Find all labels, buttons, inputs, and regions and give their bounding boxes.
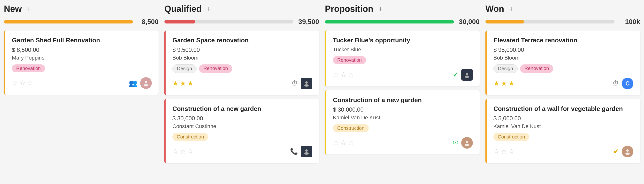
svg-point-1: [144, 84, 148, 86]
card-person: Bob Bloom: [494, 55, 633, 61]
progress-amount: 39,500: [297, 18, 319, 26]
card-amount: $ 8,500.00: [12, 46, 152, 53]
card-amount: $ 5,000.00: [494, 115, 633, 122]
card-qualified-0[interactable]: Garden Space renovation $ 9,500.00 Bob B…: [164, 30, 319, 95]
card-tags: Construction: [494, 133, 633, 141]
checkmark-icon: ✔: [453, 71, 458, 79]
card-tags: Renovation: [12, 64, 152, 72]
card-person: Tucker Blue: [333, 46, 473, 53]
star-3[interactable]: ☆: [348, 71, 354, 79]
card-tags: DesignRenovation: [494, 64, 633, 73]
card-tags: Renovation: [333, 56, 473, 64]
column-header: Won +: [486, 4, 640, 14]
tag-renovation: Renovation: [520, 64, 553, 73]
card-new-0[interactable]: Garden Shed Full Renovation $ 8,500.00 M…: [4, 30, 158, 95]
avatar: [140, 77, 152, 89]
card-proposition-0[interactable]: Tucker Blue's opportunity Tucker Blue Re…: [325, 30, 480, 86]
star-3[interactable]: ★: [508, 80, 514, 88]
column-title: Qualified: [164, 4, 202, 14]
people-icon: 👥: [129, 79, 137, 87]
card-tags: DesignRenovation: [172, 64, 312, 73]
avatar: [301, 78, 312, 89]
star-3[interactable]: ★: [188, 80, 194, 88]
progress-bar-track: [164, 20, 294, 24]
progress-bar-fill: [486, 20, 524, 24]
star-3[interactable]: ☆: [27, 79, 33, 87]
avatar: [622, 146, 633, 157]
star-2[interactable]: ☆: [340, 71, 346, 79]
tag-design: Design: [494, 64, 518, 73]
star-2[interactable]: ★: [180, 80, 186, 88]
card-qualified-1[interactable]: Construction of a new garden $ 30,000.00…: [164, 99, 319, 163]
progress-bar-track: [486, 20, 614, 24]
card-title: Elevated Terrace renovation: [494, 36, 633, 44]
star-2[interactable]: ☆: [19, 79, 26, 87]
avatar: [461, 137, 473, 149]
column-title: Proposition: [325, 4, 373, 14]
column-header: Qualified +: [164, 4, 319, 14]
star-1[interactable]: ★: [494, 80, 500, 88]
svg-point-2: [305, 81, 308, 84]
card-title: Tucker Blue's opportunity: [333, 36, 473, 44]
star-2[interactable]: ☆: [180, 148, 186, 156]
svg-point-9: [465, 144, 469, 146]
star-3[interactable]: ☆: [508, 148, 514, 156]
star-3[interactable]: ☆: [188, 148, 194, 156]
star-1[interactable]: ★: [172, 80, 178, 88]
star-1[interactable]: ☆: [333, 139, 339, 147]
progress-bar-container: 8,500: [4, 18, 158, 26]
clock-icon: ⏱: [612, 80, 619, 87]
card-tags: Construction: [172, 133, 312, 141]
card-amount: $ 95,000.00: [494, 46, 633, 53]
star-3[interactable]: ☆: [348, 139, 354, 147]
progress-bar-fill: [325, 20, 454, 24]
card-proposition-1[interactable]: Construction of a new garden $ 30,000.00…: [325, 90, 480, 154]
card-stars: ☆☆☆: [333, 139, 354, 147]
tag-construction: Construction: [172, 133, 208, 141]
progress-bar-track: [325, 20, 454, 24]
footer-icons: ✉: [453, 137, 473, 149]
tag-renovation: Renovation: [333, 56, 366, 64]
svg-point-7: [465, 76, 469, 78]
card-person: Kamiel Van De Kust: [333, 114, 473, 121]
star-1[interactable]: ☆: [12, 79, 18, 87]
add-card-button[interactable]: +: [508, 5, 514, 13]
column-won: Won + 100k Elevated Terrace renovation $…: [486, 4, 640, 167]
star-1[interactable]: ☆: [172, 148, 178, 156]
card-stars: ★★★: [494, 80, 514, 88]
progress-bar-fill: [164, 20, 196, 24]
star-2[interactable]: ☆: [501, 148, 507, 156]
add-card-button[interactable]: +: [377, 5, 384, 13]
footer-icons: ⏱: [292, 78, 312, 89]
card-person: Kamiel Van De Kust: [494, 123, 633, 130]
progress-bar-container: 100k: [486, 18, 640, 26]
progress-bar-container: 39,500: [164, 18, 319, 26]
avatar: C: [622, 78, 633, 89]
kanban-board: New + 8,500 Garden Shed Full Renovation …: [4, 4, 640, 167]
card-footer: ★★★ ⏱ C: [494, 78, 633, 89]
card-title: Construction of a new garden: [172, 105, 312, 113]
progress-amount: 8,500: [137, 18, 158, 26]
progress-bar-container: 30,000: [325, 18, 480, 26]
card-won-1[interactable]: Construction of a wall for vegetable gar…: [486, 99, 640, 163]
star-1[interactable]: ☆: [494, 148, 500, 156]
card-footer: ☆☆☆ ✔: [333, 69, 473, 80]
footer-icons: ✔: [453, 69, 473, 80]
tag-construction: Construction: [333, 124, 369, 132]
star-1[interactable]: ☆: [333, 71, 339, 79]
add-card-button[interactable]: +: [206, 5, 212, 13]
tag-renovation: Renovation: [199, 64, 232, 73]
column-qualified: Qualified + 39,500 Garden Space renovati…: [164, 4, 319, 167]
card-person: Bob Bloom: [172, 55, 312, 61]
card-footer: ☆☆☆ 📞: [172, 146, 312, 157]
star-2[interactable]: ★: [501, 80, 507, 88]
footer-icons: ✔: [613, 146, 633, 157]
svg-point-3: [304, 84, 309, 87]
add-card-button[interactable]: +: [26, 5, 32, 13]
svg-point-0: [145, 81, 147, 83]
avatar: [301, 146, 312, 157]
card-won-0[interactable]: Elevated Terrace renovation $ 95,000.00 …: [486, 30, 640, 95]
card-title: Construction of a wall for vegetable gar…: [494, 105, 633, 113]
star-2[interactable]: ☆: [340, 139, 346, 147]
card-stars: ☆☆☆: [12, 79, 33, 87]
